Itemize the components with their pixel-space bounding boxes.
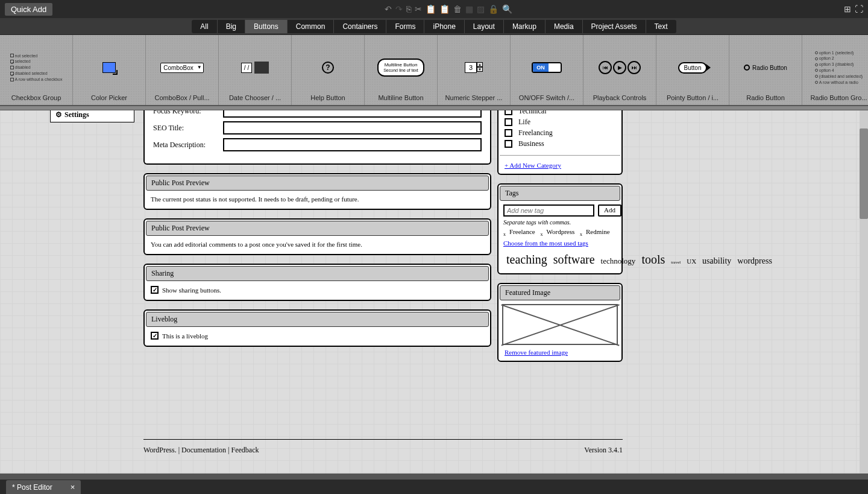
tags-input[interactable]	[503, 204, 594, 217]
ribbon-label: Playback Controls	[586, 94, 653, 101]
search-icon[interactable]: 🔍	[502, 4, 512, 14]
tag-chips: xFreelance xWordpress xRedmine	[503, 228, 617, 237]
liveblog-label: This is a liveblog	[162, 332, 208, 340]
category-tabs: AllBigButtonsCommonContainersFormsiPhone…	[0, 18, 868, 35]
markup-toggle-icon[interactable]: ⊞	[844, 4, 851, 14]
category-checkbox[interactable]	[505, 118, 512, 126]
ribbon-scrollbar[interactable]	[0, 106, 868, 110]
bottom-bar: * Post Editor ×	[0, 473, 868, 494]
public-preview-box-2: Public Post Preview You can add editoria…	[143, 218, 491, 255]
quick-add-button[interactable]: Quick Add	[5, 3, 52, 16]
canvas-vscroll[interactable]	[860, 110, 868, 473]
sharing-checkbox[interactable]: ✓	[151, 286, 159, 294]
ribbon-checkbox-group[interactable]: not selected✓selecteddisabled✓disabled s…	[0, 35, 73, 105]
ribbon-radio[interactable]: Radio ButtonRadio Button	[729, 35, 802, 105]
ribbon-stepper[interactable]: 3▲▼Numeric Stepper ...	[438, 35, 511, 105]
ribbon-multiline[interactable]: Multiline ButtonSecond line of textMulti…	[365, 35, 438, 105]
box-header: Public Post Preview	[146, 176, 489, 191]
canvas-hscroll[interactable]	[0, 473, 868, 480]
tab-text[interactable]: Text	[646, 20, 676, 33]
ribbon-label: Radio Button Gro...	[805, 94, 868, 101]
ribbon-combo[interactable]: ComboBoxComboBox / Pull...	[146, 35, 219, 105]
tab-buttons[interactable]: Buttons	[245, 20, 288, 33]
tab-iphone[interactable]: iPhone	[424, 20, 464, 33]
ungroup-icon[interactable]: ▨	[477, 4, 485, 14]
wp-footer: WordPress. | Documentation | Feedback Ve…	[143, 439, 623, 455]
ribbon-label: ComboBox / Pull...	[148, 94, 216, 101]
box-header: Featured Image	[500, 285, 620, 300]
tab-media[interactable]: Media	[546, 20, 583, 33]
ribbon-label: Date Chooser / ...	[221, 94, 289, 101]
tab-big[interactable]: Big	[218, 20, 245, 33]
ribbon: not selected✓selecteddisabled✓disabled s…	[0, 35, 868, 106]
category-item[interactable]: Technical	[505, 110, 615, 116]
redo-icon[interactable]: ↷	[395, 4, 403, 14]
footer-right: Version 3.4.1	[584, 446, 623, 455]
ribbon-switch[interactable]: ONON/OFF Switch /...	[511, 35, 583, 105]
ribbon-radio-group[interactable]: option 1 (selected)option 2option 3 (dis…	[802, 35, 868, 105]
tab-all[interactable]: All	[192, 20, 217, 33]
tab-forms[interactable]: Forms	[386, 20, 424, 33]
tag-chip[interactable]: xRedmine	[580, 228, 610, 235]
wp-sidebar-fragment: ⚙Settings	[50, 110, 134, 122]
tab-layout[interactable]: Layout	[465, 20, 504, 33]
tag-cloud-item[interactable]: technology	[601, 256, 636, 265]
ribbon-label: Checkbox Group	[2, 94, 70, 101]
tag-cloud-item[interactable]: usability	[702, 256, 731, 265]
tag-cloud-item[interactable]: teaching	[506, 253, 547, 266]
tag-cloud: teachingsoftwaretechnologytoolstravelUXu…	[503, 250, 617, 268]
category-item[interactable]: Life	[505, 118, 615, 127]
fullscreen-icon[interactable]: ⛶	[855, 4, 863, 14]
close-icon[interactable]: ×	[71, 483, 75, 492]
ribbon-help[interactable]: ?Help Button	[292, 35, 365, 105]
tab-common[interactable]: Common	[288, 20, 335, 33]
ribbon-pointy[interactable]: ButtonPointy Button / i...	[656, 35, 729, 105]
category-item[interactable]: Freelancing	[505, 128, 615, 138]
tags-add-button[interactable]: Add	[598, 204, 621, 217]
focus-keyword-input[interactable]	[223, 110, 482, 118]
choose-tags-link[interactable]: Choose from the most used tags	[503, 239, 617, 247]
public-preview-box-1: Public Post Preview The current post sta…	[143, 173, 491, 210]
tab-project-assets[interactable]: Project Assets	[583, 20, 646, 33]
categories-box: ✓TeamTechnicalLifeFreelancingBusiness + …	[497, 110, 623, 175]
group-icon[interactable]: ▦	[465, 4, 473, 14]
tag-chip[interactable]: xWordpress	[541, 228, 575, 235]
category-label: Technical	[518, 110, 546, 116]
seo-box: Focus Keyword: SEO Title: Meta Descripti…	[143, 110, 491, 165]
add-category-link[interactable]: + Add New Category	[500, 158, 620, 173]
canvas[interactable]: ⚙Settings Focus Keyword: SEO Title: Meta…	[0, 110, 868, 473]
box-header: Public Post Preview	[146, 221, 489, 236]
document-tab[interactable]: * Post Editor ×	[6, 480, 81, 494]
paste-icon[interactable]: 📋	[426, 4, 436, 14]
tag-cloud-item[interactable]: software	[553, 253, 595, 266]
tab-containers[interactable]: Containers	[334, 20, 386, 33]
liveblog-checkbox[interactable]: ✓	[151, 332, 159, 340]
tab-markup[interactable]: Markup	[504, 20, 546, 33]
copy-icon[interactable]: ⎘	[406, 4, 411, 14]
ribbon-label: Radio Button	[732, 94, 799, 101]
meta-desc-input[interactable]	[223, 138, 482, 151]
undo-icon[interactable]: ↶	[385, 4, 392, 14]
cut-icon[interactable]: ✂	[415, 4, 422, 14]
tag-cloud-item[interactable]: travel	[671, 260, 681, 265]
tag-cloud-item[interactable]: tools	[641, 253, 665, 266]
category-item[interactable]: Business	[505, 139, 615, 148]
clipboard-icon[interactable]: 📋	[439, 4, 450, 14]
focus-keyword-label: Focus Keyword:	[153, 110, 218, 116]
category-checkbox[interactable]	[505, 110, 512, 115]
document-tab-label: * Post Editor	[12, 483, 52, 492]
tag-cloud-item[interactable]: wordpress	[737, 256, 772, 265]
lock-icon[interactable]: 🔒	[488, 4, 498, 14]
category-checkbox[interactable]	[505, 129, 512, 137]
ribbon-colorpicker[interactable]: Color Picker	[73, 35, 146, 105]
category-checkbox[interactable]	[505, 140, 512, 148]
seo-title-input[interactable]	[223, 121, 482, 135]
ribbon-date[interactable]: / /Date Chooser / ...	[219, 35, 292, 105]
delete-icon[interactable]: 🗑	[453, 4, 462, 14]
ribbon-playback[interactable]: ⏮▶⏭Playback Controls	[583, 35, 656, 105]
featured-image-placeholder[interactable]	[502, 304, 618, 345]
seo-title-label: SEO Title:	[153, 124, 218, 133]
tag-chip[interactable]: xFreelance	[503, 228, 535, 235]
remove-featured-link[interactable]: Remove featured image	[500, 347, 620, 359]
tag-cloud-item[interactable]: UX	[687, 258, 696, 265]
